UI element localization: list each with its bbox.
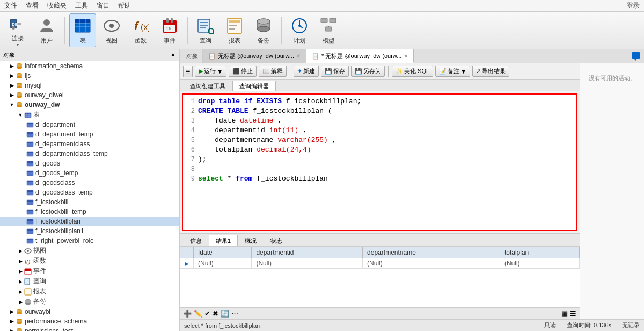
outer-tab-2[interactable]: 📋 * 无标题 @ourway_dw (ourw... ✕ (306, 49, 414, 63)
list-view-btn[interactable]: ☰ (570, 310, 576, 318)
table-f-icstockbillplan1[interactable]: f_icstockbillplan1 (0, 226, 179, 236)
code-line-4: 4 departmentid int(11) , (183, 126, 576, 135)
table-f-icstockbill-temp[interactable]: f_icstockbill_temp (0, 207, 179, 217)
folder-events[interactable]: ▶ 事件 (0, 266, 179, 276)
results-tab-info[interactable]: 信息 (183, 235, 209, 246)
table-f-icstockbillplan[interactable]: f_icstockbillplan (0, 217, 179, 226)
folder-tables[interactable]: ▼ 表 (0, 110, 179, 120)
svg-rect-75 (27, 171, 33, 172)
view-label: 视图 (106, 37, 118, 45)
inner-tabs: 查询创建工具 查询编辑器 (180, 80, 580, 91)
inner-tab-builder[interactable]: 查询创建工具 (183, 81, 232, 91)
db-ourwaybi[interactable]: ▶ ourwaybi (0, 307, 179, 316)
outer-tab-1[interactable]: 📋 无标题 @ourway_dw (ourw... ✕ (203, 49, 306, 63)
table-tool[interactable]: 表 (69, 13, 96, 47)
menu-btn[interactable]: ≡ (183, 66, 193, 77)
inner-tab-editor[interactable]: 查询编辑器 (232, 81, 276, 91)
new-label: 新建 (303, 67, 315, 75)
export-btn[interactable]: ↗ 导出结果 (472, 66, 509, 77)
saveas-icon: 💾 (355, 68, 362, 75)
code-line-9: 9 select * from f_icstockbillplan (183, 174, 576, 184)
outer-tab-bar: 对象 📋 无标题 @ourway_dw (ourw... ✕ 📋 * 无标题 @… (180, 49, 644, 63)
beautify-btn[interactable]: ✨ 美化 SQL (392, 66, 433, 77)
table-d-goodsclass-temp[interactable]: d_goodsclass_temp (0, 188, 179, 197)
menu-tools[interactable]: 工具 (75, 1, 88, 10)
cancel-edit-btn[interactable]: ✖ (213, 310, 218, 318)
outer-tab-1-close[interactable]: ✕ (296, 53, 301, 59)
menu-help[interactable]: 帮助 (118, 1, 131, 10)
code-editor[interactable]: 1 drop table if EXISTS f_icstockbillplan… (182, 93, 577, 231)
saveas-btn[interactable]: 💾 另存为 (351, 66, 385, 77)
stop-label: 停止 (241, 67, 253, 75)
table-d-goods-temp[interactable]: d_goods_temp (0, 168, 179, 178)
svg-rect-69 (27, 142, 33, 143)
code-line-2: 2 CREATE TABLE f_icstockbillplan ( (183, 106, 576, 116)
save-btn[interactable]: 💾 保存 (321, 66, 349, 77)
schedule-tool[interactable]: 计划 (286, 14, 313, 47)
run-btn[interactable]: ▶ 运行 ▼ (195, 66, 226, 77)
svg-line-41 (324, 23, 328, 27)
folder-backups[interactable]: ▶ 备份 (0, 297, 179, 307)
table-t-right-powerbi-role[interactable]: t_right_powerbi_role (0, 236, 179, 246)
new-btn[interactable]: ✦ 新建 (294, 66, 319, 77)
folder-funcs-label: 函数 (33, 256, 46, 265)
add-row-btn[interactable]: ➕ (183, 310, 192, 318)
outer-tab-2-close[interactable]: ✕ (404, 53, 408, 59)
view-tool[interactable]: 视图 (98, 14, 125, 47)
svg-rect-39 (330, 18, 336, 23)
chat-icon-btn[interactable] (628, 49, 644, 63)
folder-queries[interactable]: ▶ 查询 (0, 276, 179, 286)
export-label: 导出结果 (482, 67, 506, 75)
table-row[interactable]: ▶ (Null) (Null) (Null) (Null) (180, 258, 580, 269)
check-btn[interactable]: ✔ (204, 310, 210, 318)
table-d-department-temp[interactable]: d_department_temp (0, 129, 179, 139)
model-tool[interactable]: 模型 (315, 14, 342, 47)
col-header-fdate: fdate (194, 247, 252, 258)
menu-view[interactable]: 查看 (26, 1, 39, 10)
db-mysql[interactable]: ▶ mysql (0, 81, 179, 90)
code-line-1: 1 drop table if EXISTS f_icstockbillplan… (183, 97, 576, 106)
func-tool[interactable]: f (x) 函数 (127, 14, 154, 47)
db-ourway-dw[interactable]: ▼ ourway_dw (0, 100, 179, 110)
object-label: 对象 (182, 49, 203, 63)
report-tool[interactable]: 报表 (221, 14, 248, 47)
folder-reports[interactable]: ▶ 报表 (0, 286, 179, 297)
db-ljs[interactable]: ▶ ljs (0, 71, 179, 81)
schedule-icon (290, 16, 309, 35)
db-information-schema[interactable]: ▶ information_schema (0, 61, 179, 71)
results-table: fdate departmentid departmentname totalp… (180, 247, 580, 307)
backup-tool[interactable]: 备份 (250, 14, 277, 47)
event-tool[interactable]: 16 事件 (156, 14, 183, 47)
folder-funcs[interactable]: ▶ f() 函数 (0, 256, 179, 266)
tab-icon-2: 📋 (312, 53, 319, 60)
explain-btn[interactable]: 📖 解释 (259, 66, 287, 77)
table-f-icstockbill[interactable]: f_icstockbill (0, 197, 179, 207)
delete-row-btn[interactable]: ✏️ (194, 310, 202, 318)
svg-rect-40 (325, 27, 332, 31)
db-performance-schema[interactable]: ▶ performance_schema (0, 316, 179, 326)
user-tool[interactable]: 用户 (33, 14, 60, 47)
sidebar-scroll-up[interactable]: ▲ (170, 51, 176, 59)
results-tab-status[interactable]: 状态 (264, 235, 289, 246)
table-d-departmentclass[interactable]: d_departmentclass (0, 139, 179, 149)
table-d-goods[interactable]: d_goods (0, 159, 179, 168)
menu-favorites[interactable]: 收藏夹 (47, 1, 67, 10)
table-d-department[interactable]: d_department (0, 120, 179, 129)
db-ourway-diwei[interactable]: ▶ ourway_diwei (0, 90, 179, 100)
menu-file[interactable]: 文件 (4, 1, 17, 10)
note-btn[interactable]: 📝 备注 ▼ (435, 66, 470, 77)
menu-window[interactable]: 窗口 (97, 1, 109, 10)
results-tab-result1[interactable]: 结果1 (209, 235, 238, 246)
connect-tool[interactable]: DB 连接 ▼ (4, 12, 31, 49)
db-icon-information-schema (15, 62, 24, 70)
stop-btn[interactable]: ⬛ 停止 (229, 66, 257, 77)
db-permissions-test[interactable]: ▶ permissions_test (0, 326, 179, 331)
refresh-btn[interactable]: 🔄 (221, 310, 229, 318)
query-tool[interactable]: 查询 (192, 14, 219, 47)
table-d-departmentclass-temp[interactable]: d_departmentclass_temp (0, 149, 179, 159)
table-d-goodsclass[interactable]: d_goodsclass (0, 178, 179, 188)
results-tab-overview[interactable]: 概况 (238, 235, 264, 246)
grid-view-btn[interactable]: ▦ (561, 310, 568, 318)
folder-views[interactable]: ▶ 视图 (0, 246, 179, 256)
more-btn[interactable]: ⋯ (231, 310, 238, 318)
